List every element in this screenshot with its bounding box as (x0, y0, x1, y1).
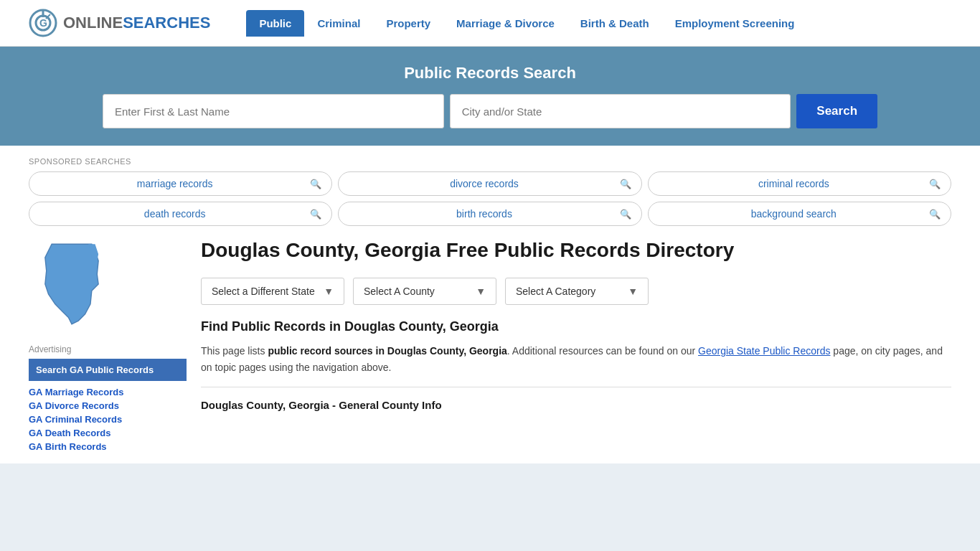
pill-marriage-text: marriage records (39, 178, 310, 189)
state-map (29, 237, 187, 333)
main-content: Douglas County, Georgia Free Public Reco… (201, 237, 951, 452)
ad-label: Advertising (29, 344, 187, 354)
pill-birth-text: birth records (349, 208, 619, 220)
state-selector[interactable]: Select a Different State ▼ (201, 278, 344, 305)
sponsored-label: SPONSORED SEARCHES (29, 157, 951, 166)
sidebar: Advertising Search GA Public Records GA … (29, 237, 187, 452)
county-selector[interactable]: Select A County ▼ (353, 278, 496, 305)
search-button[interactable]: Search (796, 94, 877, 128)
nav-item-marriage-divorce[interactable]: Marriage & Divorce (443, 10, 567, 37)
category-selector[interactable]: Select A Category ▼ (505, 278, 649, 305)
county-selector-text: Select A County (364, 286, 470, 297)
nav-item-employment[interactable]: Employment Screening (662, 10, 808, 37)
search-icon-1: 🔍 (310, 179, 321, 189)
logo-icon: G (29, 9, 57, 37)
selectors-row: Select a Different State ▼ Select A Coun… (201, 278, 951, 305)
state-records-link[interactable]: Georgia State Public Records (698, 345, 830, 357)
find-text-after: . Additional resources can be found on o… (507, 345, 698, 357)
pill-marriage-records[interactable]: marriage records 🔍 (29, 171, 332, 196)
georgia-map-icon (29, 237, 115, 331)
county-dropdown-arrow: ▼ (476, 286, 486, 297)
logo-online-text: ONLINE (63, 14, 123, 32)
pill-birth-records[interactable]: birth records 🔍 (338, 202, 641, 226)
state-selector-text: Select a Different State (212, 286, 318, 297)
search-icon-4: 🔍 (310, 209, 321, 220)
category-selector-text: Select A Category (516, 286, 622, 297)
nav-item-public[interactable]: Public (246, 10, 304, 37)
sponsored-pills: marriage records 🔍 divorce records 🔍 cri… (29, 171, 951, 226)
find-text-before: This page lists (201, 345, 268, 357)
search-banner-title: Public Records Search (29, 64, 951, 83)
logo-searches-text: SEARCHES (123, 14, 210, 32)
search-banner: Public Records Search Search (0, 47, 980, 146)
search-form: Search (103, 94, 877, 128)
pill-death-text: death records (39, 208, 310, 220)
general-info-heading: Douglas County, Georgia - General County… (201, 399, 951, 411)
search-icon-3: 🔍 (929, 179, 941, 189)
ad-block[interactable]: Search GA Public Records (29, 359, 187, 381)
sidebar-links: GA Marriage Records GA Divorce Records G… (29, 387, 187, 452)
find-records-text: This page lists public record sources in… (201, 343, 951, 375)
sponsored-section: SPONSORED SEARCHES marriage records 🔍 di… (29, 157, 951, 226)
pill-death-records[interactable]: death records 🔍 (29, 202, 332, 226)
pill-background-text: background search (659, 208, 929, 220)
page-title: Douglas County, Georgia Free Public Reco… (201, 237, 951, 263)
name-search-input[interactable] (103, 94, 444, 128)
svg-text:G: G (39, 17, 47, 29)
sidebar-link-divorce[interactable]: GA Divorce Records (29, 400, 187, 411)
sidebar-link-marriage[interactable]: GA Marriage Records (29, 387, 187, 397)
search-icon-2: 🔍 (620, 179, 631, 189)
pill-divorce-records[interactable]: divorce records 🔍 (338, 171, 641, 196)
pill-divorce-text: divorce records (349, 178, 619, 189)
nav-item-criminal[interactable]: Criminal (304, 10, 373, 37)
pill-background-search[interactable]: background search 🔍 (648, 202, 951, 226)
sidebar-link-criminal[interactable]: GA Criminal Records (29, 414, 187, 425)
header: G ONLINESEARCHES Public Criminal Propert… (0, 0, 980, 47)
main-nav: Public Criminal Property Marriage & Divo… (246, 10, 807, 37)
sidebar-link-death[interactable]: GA Death Records (29, 428, 187, 438)
search-icon-5: 🔍 (620, 209, 631, 220)
state-dropdown-arrow: ▼ (324, 286, 334, 297)
find-records-title: Find Public Records in Douglas County, G… (201, 319, 951, 334)
section-divider (201, 387, 951, 387)
nav-item-property[interactable]: Property (373, 10, 443, 37)
location-search-input[interactable] (450, 94, 791, 128)
category-dropdown-arrow: ▼ (628, 286, 638, 297)
pill-criminal-records[interactable]: criminal records 🔍 (648, 171, 951, 196)
nav-item-birth-death[interactable]: Birth & Death (567, 10, 662, 37)
find-bold: public record sources in Douglas County,… (268, 345, 507, 357)
pill-criminal-text: criminal records (659, 178, 929, 189)
content-area: Advertising Search GA Public Records GA … (29, 237, 951, 452)
sidebar-link-birth[interactable]: GA Birth Records (29, 441, 187, 452)
ad-section: Advertising Search GA Public Records GA … (29, 344, 187, 452)
logo[interactable]: G ONLINESEARCHES (29, 9, 210, 37)
search-icon-6: 🔍 (929, 209, 941, 220)
